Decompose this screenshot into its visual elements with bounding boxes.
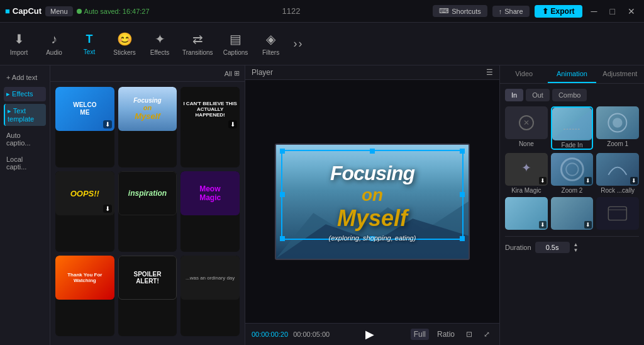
- template-card-6[interactable]: MeowMagic: [180, 171, 240, 252]
- toolbar-stickers[interactable]: 😊 Stickers: [112, 31, 137, 56]
- export-button[interactable]: ⬆ Export: [535, 5, 582, 18]
- export-label: Export: [551, 7, 575, 16]
- logo-cap: ■: [5, 6, 10, 16]
- duration-row: Duration ▲ ▼: [505, 236, 639, 253]
- tab-animation[interactable]: Animation: [548, 65, 596, 83]
- template-card-8[interactable]: SPOILERALERT!: [118, 256, 177, 336]
- template-card-9[interactable]: ...was an ordinary day: [180, 256, 240, 336]
- zoom-out-button[interactable]: ⊡: [463, 329, 475, 340]
- duration-arrows: ▲ ▼: [574, 242, 579, 253]
- duration-input[interactable]: [535, 242, 570, 253]
- toolbar-transitions[interactable]: ⇄ Transitions: [182, 31, 213, 56]
- player-text-myself: Myself: [329, 205, 416, 232]
- main-area: + Add text ▸ Effects ▸ Text template Aut…: [0, 65, 644, 345]
- player-header: Player ☰: [245, 65, 499, 80]
- share-label: Share: [504, 8, 523, 15]
- add-text-button[interactable]: + Add text: [4, 71, 46, 84]
- filters-icon: ◈: [266, 31, 275, 47]
- stickers-icon: 😊: [117, 31, 133, 47]
- template-card-1[interactable]: WELCOME ⬇: [55, 87, 114, 167]
- filter-all-button[interactable]: All ⊞: [225, 69, 240, 77]
- audio-label: Audio: [46, 49, 62, 56]
- anim-label-fade-in: Fade In: [552, 142, 592, 149]
- minimize-button[interactable]: ─: [587, 6, 601, 16]
- left-panel: + Add text ▸ Effects ▸ Text template Aut…: [0, 65, 245, 345]
- chevron-right-icon: ›: [294, 37, 297, 50]
- duration-down-button[interactable]: ▼: [574, 248, 579, 253]
- anim-download-r3c2: ⬇: [584, 221, 592, 229]
- toolbar-import[interactable]: ⬇ Import: [6, 31, 31, 56]
- anim-combo-tab[interactable]: Combo: [552, 89, 587, 101]
- anim-download-rock: ⬇: [630, 177, 638, 184]
- time-total: 00:00:05:00: [293, 331, 330, 338]
- filter-label: All: [225, 70, 232, 77]
- import-icon: ⬇: [14, 31, 25, 47]
- player-area: Focusing on Myself (exploring, shopping,…: [245, 80, 499, 323]
- close-button[interactable]: ✕: [624, 6, 639, 16]
- menu-button[interactable]: Menu: [45, 6, 73, 16]
- template-card-4[interactable]: OOPS!! ⬇: [55, 171, 114, 252]
- tab-adjustment[interactable]: Adjustment: [596, 65, 644, 83]
- svg-point-8: [566, 163, 578, 175]
- player-menu-icon[interactable]: ☰: [486, 68, 493, 77]
- animation-grid: ✕ None Fade In: [505, 106, 639, 231]
- anim-card-none[interactable]: ✕ None: [505, 106, 548, 150]
- template-card-5[interactable]: inspiration: [118, 171, 177, 252]
- more-tools-button[interactable]: › ›: [294, 37, 303, 50]
- duration-label: Duration: [505, 244, 531, 251]
- template-card-3[interactable]: I CAN'T BELIEVE THIS ACTUALLY HAPPENED! …: [180, 87, 240, 167]
- anim-in-tab[interactable]: In: [505, 89, 523, 101]
- svg-point-7: [561, 159, 583, 181]
- duration-up-button[interactable]: ▲: [574, 242, 579, 247]
- transitions-icon: ⇄: [192, 31, 203, 47]
- autosave-text: Auto saved: 16:47:27: [84, 8, 150, 15]
- main-toolbar: ⬇ Import ♪ Audio T Text 😊 Stickers ✦ Eff…: [0, 23, 644, 65]
- maximize-button[interactable]: □: [606, 6, 619, 16]
- text-icon: T: [86, 33, 93, 46]
- template-text-9: ...was an ordinary day: [186, 275, 235, 281]
- keyboard-icon: ⌨: [439, 7, 449, 15]
- filter-icon: ⊞: [234, 69, 240, 77]
- anim-card-r3c3[interactable]: [596, 197, 639, 231]
- player-text-on: on: [329, 185, 416, 205]
- download-icon-4: ⬇: [103, 205, 112, 213]
- template-card-7[interactable]: Thank You For Watching: [55, 256, 114, 336]
- local-caption-button[interactable]: Local capti...: [4, 152, 46, 174]
- toolbar-filters[interactable]: ◈ Filters: [258, 31, 284, 56]
- shortcuts-button[interactable]: ⌨ Shortcuts: [433, 5, 487, 17]
- toolbar-captions[interactable]: ▤ Captions: [223, 31, 248, 56]
- anim-card-r3c1[interactable]: ⬇: [505, 197, 548, 231]
- anim-card-rock-cally[interactable]: ⬇ Rock ...cally: [596, 153, 639, 194]
- share-button[interactable]: ↑ Share: [492, 6, 530, 17]
- none-icon: ✕: [519, 115, 534, 130]
- toolbar-effects[interactable]: ✦ Effects: [147, 31, 172, 56]
- anim-card-zoom1[interactable]: Zoom 1: [596, 106, 639, 150]
- anim-card-zoom2[interactable]: ⬇ Zoom 2: [551, 153, 594, 194]
- anim-out-tab[interactable]: Out: [526, 89, 550, 101]
- toolbar-audio[interactable]: ♪ Audio: [42, 32, 67, 56]
- autosave-indicator: Auto saved: 16:47:27: [77, 8, 150, 15]
- template-text-8: SPOILERALERT!: [134, 271, 162, 285]
- ratio-button[interactable]: Ratio: [434, 329, 458, 340]
- text-template-button[interactable]: ▸ Text template: [4, 104, 46, 126]
- animation-panel: In Out Combo ✕ None: [500, 84, 644, 258]
- full-button[interactable]: Full: [411, 329, 429, 340]
- toolbar-text[interactable]: T Text: [77, 33, 102, 55]
- effects-button[interactable]: ▸ Effects: [4, 87, 46, 101]
- auto-caption-button[interactable]: Auto captio...: [4, 128, 46, 150]
- anim-card-fade-in[interactable]: Fade In: [551, 106, 594, 150]
- anim-download-r3c1: ⬇: [539, 221, 547, 229]
- tab-video[interactable]: Video: [500, 65, 548, 83]
- template-text-7: Thank You For Watching: [55, 271, 114, 285]
- svg-text:✦: ✦: [521, 161, 531, 174]
- anim-card-kira-magic[interactable]: ✦ ⬇ Kira Magic: [505, 153, 548, 194]
- topbar-right: ⌨ Shortcuts ↑ Share ⬆ Export ─ □ ✕: [433, 5, 639, 18]
- fit-screen-button[interactable]: ⤢: [480, 329, 493, 340]
- template-text-5: inspiration: [128, 189, 167, 198]
- captions-icon: ▤: [230, 31, 242, 47]
- player-controls: 00:00:00:20 00:00:05:00 ▶ Full Ratio ⊡ ⤢: [245, 323, 499, 345]
- anim-label-rock: Rock ...cally: [596, 187, 639, 194]
- play-button[interactable]: ▶: [365, 327, 374, 341]
- template-card-2[interactable]: Focusing on Myself: [118, 87, 177, 167]
- anim-card-r3c2[interactable]: ⬇: [551, 197, 594, 231]
